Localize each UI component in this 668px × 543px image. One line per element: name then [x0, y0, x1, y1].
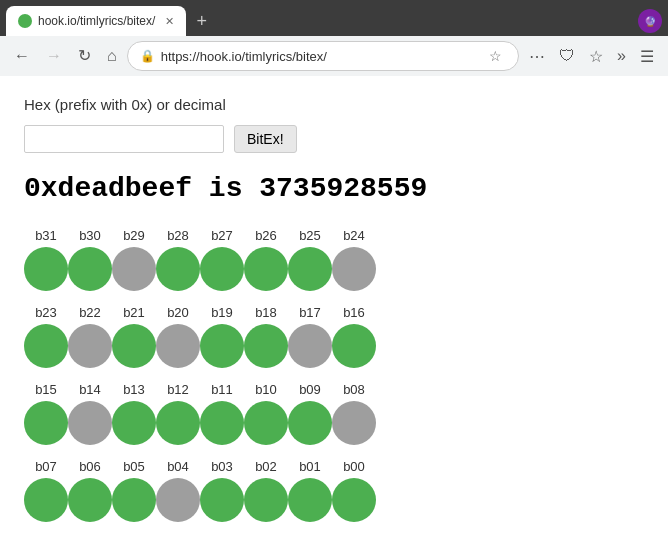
bit-label-row-3: b07b06b05b04b03b02b01b00	[24, 459, 644, 474]
bookmark-button[interactable]: ☆	[583, 43, 609, 70]
input-label: Hex (prefix with 0x) or decimal	[24, 96, 644, 113]
bit-label-b20: b20	[156, 305, 200, 320]
bit-label-b00: b00	[332, 459, 376, 474]
extensions-button[interactable]: ⋯	[523, 43, 551, 70]
bit-circle-b05	[112, 478, 156, 522]
bit-label-row-2: b15b14b13b12b11b10b09b08	[24, 382, 644, 397]
bit-label-b31: b31	[24, 228, 68, 243]
bit-circle-b03	[200, 478, 244, 522]
bit-circle-b23	[24, 324, 68, 368]
url-text: https://hook.io/timlyrics/bitex/	[161, 49, 479, 64]
hex-input[interactable]	[24, 125, 224, 153]
bit-circle-b07	[24, 478, 68, 522]
bit-label-b27: b27	[200, 228, 244, 243]
bit-circle-b10	[244, 401, 288, 445]
bit-label-b09: b09	[288, 382, 332, 397]
tab-bar: hook.io/timlyrics/bitex/ ✕ + 🔮	[0, 0, 668, 36]
nav-right-icons: ⋯ 🛡 ☆ » ☰	[523, 43, 660, 70]
bit-label-b13: b13	[112, 382, 156, 397]
bit-label-b01: b01	[288, 459, 332, 474]
bit-circle-b08	[332, 401, 376, 445]
reload-button[interactable]: ↻	[72, 44, 97, 68]
address-bar[interactable]: 🔒 https://hook.io/timlyrics/bitex/ ☆	[127, 41, 519, 71]
bit-label-b17: b17	[288, 305, 332, 320]
bit-circle-b31	[24, 247, 68, 291]
bit-label-b18: b18	[244, 305, 288, 320]
bit-circle-b24	[332, 247, 376, 291]
bit-circle-b26	[244, 247, 288, 291]
forward-button[interactable]: →	[40, 44, 68, 68]
bit-circle-b27	[200, 247, 244, 291]
bit-circle-b21	[112, 324, 156, 368]
bit-circle-b12	[156, 401, 200, 445]
nav-bar: ← → ↻ ⌂ 🔒 https://hook.io/timlyrics/bite…	[0, 36, 668, 76]
tab-close-button[interactable]: ✕	[165, 15, 174, 28]
bookmark-star-icon[interactable]: ☆	[485, 46, 506, 66]
bit-label-b16: b16	[332, 305, 376, 320]
tab-favicon	[18, 14, 32, 28]
bit-circle-b18	[244, 324, 288, 368]
bit-label-row-0: b31b30b29b28b27b26b25b24	[24, 228, 644, 243]
new-tab-button[interactable]: +	[186, 11, 217, 32]
bit-label-row-1: b23b22b21b20b19b18b17b16	[24, 305, 644, 320]
input-row: BitEx!	[24, 125, 644, 153]
bit-circle-row-0	[24, 247, 644, 291]
bit-label-b30: b30	[68, 228, 112, 243]
bit-circle-b15	[24, 401, 68, 445]
page-content: Hex (prefix with 0x) or decimal BitEx! 0…	[0, 76, 668, 543]
bit-label-b02: b02	[244, 459, 288, 474]
expand-button[interactable]: »	[611, 43, 632, 69]
bit-label-b22: b22	[68, 305, 112, 320]
bit-label-b12: b12	[156, 382, 200, 397]
bit-circle-b04	[156, 478, 200, 522]
bit-circle-b22	[68, 324, 112, 368]
bit-circle-b30	[68, 247, 112, 291]
bit-label-b29: b29	[112, 228, 156, 243]
bit-label-b25: b25	[288, 228, 332, 243]
bit-label-b10: b10	[244, 382, 288, 397]
bit-circle-row-1	[24, 324, 644, 368]
bit-label-b14: b14	[68, 382, 112, 397]
security-icon: 🔒	[140, 49, 155, 63]
bit-circle-b00	[332, 478, 376, 522]
bit-label-b11: b11	[200, 382, 244, 397]
bit-circle-b13	[112, 401, 156, 445]
bit-label-b04: b04	[156, 459, 200, 474]
menu-button[interactable]: ☰	[634, 43, 660, 70]
bits-container: b31b30b29b28b27b26b25b24b23b22b21b20b19b…	[24, 228, 644, 536]
bit-circle-row-3	[24, 478, 644, 522]
bitex-button[interactable]: BitEx!	[234, 125, 297, 153]
bit-label-b23: b23	[24, 305, 68, 320]
home-button[interactable]: ⌂	[101, 44, 123, 68]
bit-label-b28: b28	[156, 228, 200, 243]
bit-label-b03: b03	[200, 459, 244, 474]
result-heading: 0xdeadbeef is 3735928559	[24, 173, 644, 204]
bit-circle-b25	[288, 247, 332, 291]
back-button[interactable]: ←	[8, 44, 36, 68]
active-tab[interactable]: hook.io/timlyrics/bitex/ ✕	[6, 6, 186, 36]
bit-circle-row-2	[24, 401, 644, 445]
address-actions: ☆	[485, 46, 506, 66]
bit-circle-b02	[244, 478, 288, 522]
shield-button[interactable]: 🛡	[553, 43, 581, 69]
bit-label-b21: b21	[112, 305, 156, 320]
bit-circle-b16	[332, 324, 376, 368]
bit-circle-b11	[200, 401, 244, 445]
bit-circle-b19	[200, 324, 244, 368]
bit-circle-b17	[288, 324, 332, 368]
browser-chrome: hook.io/timlyrics/bitex/ ✕ + 🔮 ← → ↻ ⌂ 🔒…	[0, 0, 668, 76]
bit-circle-b06	[68, 478, 112, 522]
bit-circle-b09	[288, 401, 332, 445]
bit-circle-b28	[156, 247, 200, 291]
bit-label-b15: b15	[24, 382, 68, 397]
bit-circle-b14	[68, 401, 112, 445]
bit-circle-b29	[112, 247, 156, 291]
browser-profile[interactable]: 🔮	[638, 9, 662, 33]
bit-label-b24: b24	[332, 228, 376, 243]
bit-label-b07: b07	[24, 459, 68, 474]
bit-circle-b01	[288, 478, 332, 522]
bit-label-b06: b06	[68, 459, 112, 474]
tab-title: hook.io/timlyrics/bitex/	[38, 14, 155, 28]
bit-label-b08: b08	[332, 382, 376, 397]
bit-label-b26: b26	[244, 228, 288, 243]
